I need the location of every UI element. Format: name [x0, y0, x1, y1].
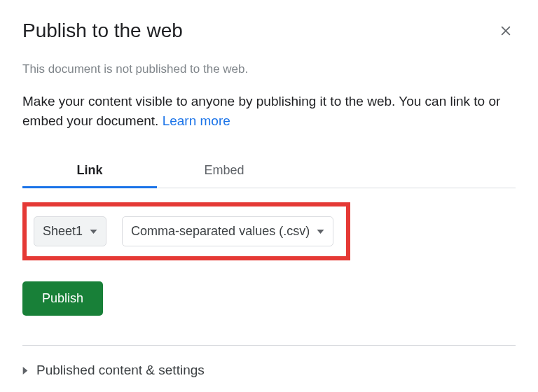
publish-dialog: Publish to the web This document is not … — [0, 0, 538, 379]
description-text: Make your content visible to anyone by p… — [22, 94, 500, 128]
expander-label: Published content & settings — [36, 363, 205, 378]
caret-down-icon — [317, 230, 324, 234]
dialog-header: Publish to the web — [22, 20, 516, 43]
publish-status-text: This document is not published to the we… — [22, 62, 516, 76]
sheet-selector[interactable]: Sheet1 — [34, 216, 106, 246]
sheet-selector-label: Sheet1 — [43, 224, 83, 239]
chevron-right-icon — [22, 367, 28, 374]
format-selector[interactable]: Comma-separated values (.csv) — [122, 216, 333, 246]
tabs: Link Embed — [22, 154, 516, 188]
highlight-annotation: Sheet1 Comma-separated values (.csv) — [22, 202, 350, 260]
caret-down-icon — [90, 230, 97, 234]
format-selector-label: Comma-separated values (.csv) — [131, 224, 310, 239]
dialog-description: Make your content visible to anyone by p… — [22, 92, 516, 130]
learn-more-link[interactable]: Learn more — [163, 113, 230, 128]
tab-embed[interactable]: Embed — [157, 154, 291, 188]
published-content-expander[interactable]: Published content & settings — [22, 361, 516, 379]
tab-link[interactable]: Link — [22, 154, 157, 188]
dialog-title: Publish to the web — [22, 20, 183, 42]
publish-button[interactable]: Publish — [22, 281, 103, 316]
divider — [22, 345, 516, 346]
close-icon — [499, 24, 513, 40]
close-button[interactable] — [496, 21, 516, 43]
